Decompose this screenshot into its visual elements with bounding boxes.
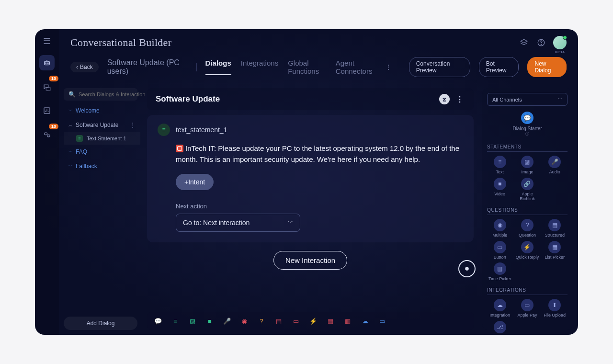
back-label: Back [80, 64, 93, 70]
tabs-more-icon[interactable]: ⋮ [385, 63, 392, 71]
chevron-left-icon: ‹ [76, 64, 78, 70]
back-button[interactable]: ‹ Back [70, 62, 99, 72]
dialog-starter-label: Dialog Starter [512, 126, 542, 131]
next-action-select[interactable]: Go to: Next interaction ﹀ [176, 214, 300, 232]
channels-select[interactable]: All Channels ﹀ [487, 93, 568, 106]
tray-card-icon[interactable]: ▭ [378, 317, 386, 325]
video-icon: ■ [494, 178, 506, 190]
svg-point-1 [45, 63, 46, 64]
project-name: Software Update (PC users) [107, 58, 188, 76]
alert-emoji-icon [176, 145, 183, 152]
chevron-down-icon: ﹀ [68, 149, 73, 155]
tab-integrations[interactable]: Integrations [241, 59, 278, 75]
dialog-child-text-statement[interactable]: ≡Text Statement 1 [64, 132, 140, 145]
rail-bot-icon[interactable] [39, 55, 55, 70]
palette-multiple[interactable]: ◉Multiple [487, 219, 512, 238]
new-interaction-button[interactable]: New Interaction [273, 251, 347, 270]
tray-list-icon[interactable]: ▦ [326, 317, 335, 325]
new-dialog-button[interactable]: New Dialog [527, 57, 567, 77]
rail-chat-icon[interactable]: 10 [39, 79, 55, 94]
chevron-down-icon: ﹀ [68, 108, 73, 114]
palette-apple-pay[interactable]: ▭Apple Pay [514, 299, 540, 318]
app-window: ☰ 10 10 Conversational Builder [35, 29, 578, 335]
palette-image[interactable]: ▨Image [514, 156, 540, 175]
palette-structured[interactable]: ▤Structured [542, 219, 568, 238]
search-box[interactable]: 🔍 [64, 88, 137, 101]
text-icon: ≡ [76, 135, 83, 142]
canvas-more-icon[interactable]: ⋮ [454, 94, 465, 104]
audio-icon: 🎤 [548, 156, 561, 168]
conversation-preview-button[interactable]: Conversation Preview [409, 57, 470, 77]
svg-point-12 [541, 44, 541, 45]
dialog-item-fallback[interactable]: ﹀Fallback [64, 159, 140, 173]
tray-cloud-icon[interactable]: ☁ [361, 317, 369, 325]
svg-rect-9 [47, 135, 50, 136]
tray-structured-icon[interactable]: ▤ [274, 317, 283, 325]
tray-chat-icon[interactable]: 💬 [154, 317, 162, 325]
statement-name: text_statement_1 [176, 126, 227, 134]
tab-agent-connectors[interactable]: Agent Connectors [336, 59, 376, 75]
collapse-icon[interactable]: ⧖ [439, 94, 450, 104]
dialog-item-software-update[interactable]: ︿Software Update⋮ [64, 118, 140, 132]
rail-chat-badge: 10 [49, 76, 58, 81]
next-action-value: Go to: Next interaction [183, 219, 250, 227]
dialog-starter[interactable]: 💬 Dialog Starter ⓘ [487, 112, 568, 136]
palette-quick-reply[interactable]: ⚡Quick Reply [514, 241, 540, 260]
assist-fab-icon[interactable] [458, 260, 476, 277]
sub-header: ‹ Back Software Update (PC users) Dialog… [59, 54, 578, 83]
icon-tray: 💬 ≡ ▨ ■ 🎤 ◉ ? ▤ ▭ ⚡ ▦ ▥ ☁ ▭ [147, 312, 474, 330]
tray-button-icon[interactable]: ▭ [292, 317, 300, 325]
rail-agents-icon[interactable]: 10 [39, 127, 55, 142]
user-avatar[interactable]: 02:14 [553, 36, 567, 49]
tab-dialogs[interactable]: Dialogs [205, 59, 231, 75]
tray-audio-icon[interactable]: 🎤 [223, 317, 231, 325]
palette-time-picker[interactable]: ▥Time Picker [487, 262, 512, 282]
tray-quick-icon[interactable]: ⚡ [309, 317, 318, 325]
help-icon[interactable] [536, 37, 546, 48]
rail-agents-badge: 10 [49, 124, 58, 129]
layers-icon[interactable] [519, 37, 529, 48]
tray-time-icon[interactable]: ▥ [343, 317, 352, 325]
palette-file-upload[interactable]: ⬆File Upload [542, 299, 568, 318]
channels-value: All Channels [492, 97, 522, 102]
palette-button[interactable]: ▭Button [487, 241, 512, 260]
palette-richlink[interactable]: 🔗Apple Richlink [514, 178, 540, 202]
dialog-item-welcome[interactable]: ﹀Welcome [64, 103, 140, 118]
tray-image-icon[interactable]: ▨ [188, 317, 197, 325]
add-dialog-button[interactable]: Add Dialog [64, 317, 137, 330]
bot-preview-button[interactable]: Bot Preview [479, 57, 519, 77]
search-input[interactable] [79, 91, 145, 97]
svg-point-2 [48, 63, 49, 64]
svg-point-13 [465, 267, 469, 271]
chevron-down-icon: ﹀ [68, 163, 73, 170]
statement-message[interactable]: InTech IT: Please update your PC to the … [176, 143, 463, 165]
dialog-item-more-icon[interactable]: ⋮ [130, 122, 136, 128]
palette-question[interactable]: ?Question [514, 219, 540, 238]
tray-question-icon[interactable]: ? [257, 317, 266, 325]
tray-target-icon[interactable]: ◉ [240, 317, 249, 325]
cloud-icon: ☁ [494, 299, 506, 311]
rail-analytics-icon[interactable] [39, 103, 55, 118]
image-icon: ▨ [521, 156, 534, 168]
svg-rect-8 [44, 133, 47, 135]
palette-dynamic-routing[interactable]: ⎇Dynamic Routing [487, 321, 512, 335]
menu-icon[interactable]: ☰ [43, 36, 51, 46]
section-statements: STATEMENTS [487, 144, 568, 152]
palette-video[interactable]: ■Video [487, 178, 512, 202]
tray-text-icon[interactable]: ≡ [171, 317, 180, 325]
palette-text[interactable]: ≡Text [487, 156, 512, 175]
dialog-item-faq[interactable]: ﹀FAQ [64, 145, 140, 159]
workspace: 🔍 ﹀Welcome ︿Software Update⋮ ≡Text State… [59, 83, 578, 335]
tray-video-icon[interactable]: ■ [205, 317, 214, 325]
palette-list-picker[interactable]: ▦List Picker [542, 241, 568, 260]
main-column: Conversational Builder 02:14 ‹ Back Soft… [59, 29, 578, 335]
add-intent-button[interactable]: +Intent [176, 174, 214, 190]
question-icon: ? [521, 219, 534, 231]
left-rail: ☰ 10 10 [35, 29, 59, 335]
palette-audio[interactable]: 🎤Audio [542, 156, 568, 175]
canvas-header: Software Update ⧖ ⋮ [147, 88, 474, 110]
topbar: Conversational Builder 02:14 [59, 29, 578, 54]
tab-global-functions[interactable]: Global Functions [288, 59, 326, 75]
palette-integration[interactable]: ☁Integration [487, 299, 512, 318]
app-title: Conversational Builder [70, 36, 171, 49]
